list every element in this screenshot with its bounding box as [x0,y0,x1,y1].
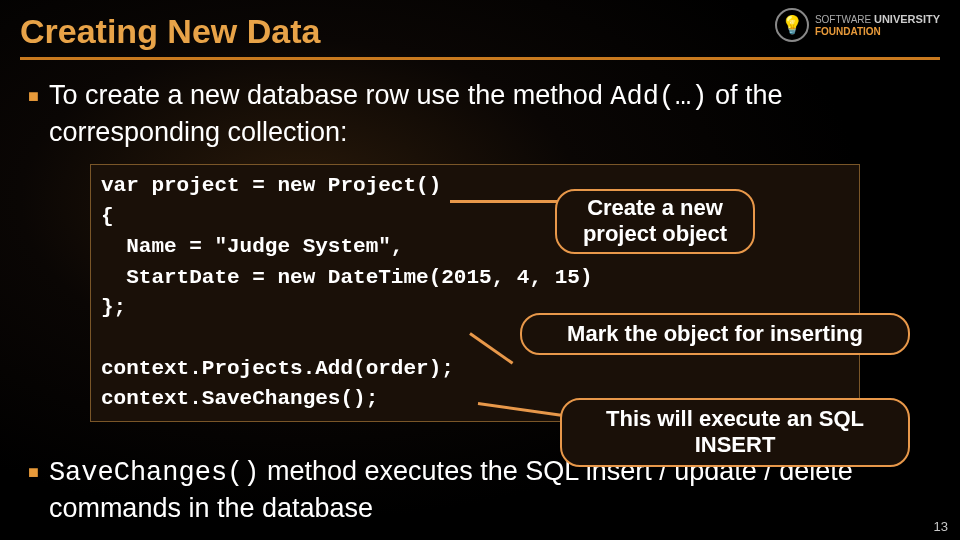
bullet-1-code: Add(…) [610,82,707,112]
bullet-2-code: SaveChanges() [49,458,260,488]
bullet-square-icon: ■ [28,454,39,526]
callout-sql-insert: This will execute an SQL INSERT [560,398,910,467]
lightbulb-icon: 💡 [775,8,809,42]
callout-connector-1 [450,200,558,203]
bullet-square-icon: ■ [28,78,39,150]
brand-logo: 💡 SOFTWARE UNIVERSITY FOUNDATION [775,8,940,42]
callout-mark-insert: Mark the object for inserting [520,313,910,355]
brand-text: SOFTWARE UNIVERSITY FOUNDATION [815,13,940,36]
callout-create-object: Create a new project object [555,189,755,254]
bullet-1: ■ To create a new database row use the m… [28,78,932,150]
page-number: 13 [934,519,948,534]
bullet-1-text-a: To create a new database row use the met… [49,80,610,110]
